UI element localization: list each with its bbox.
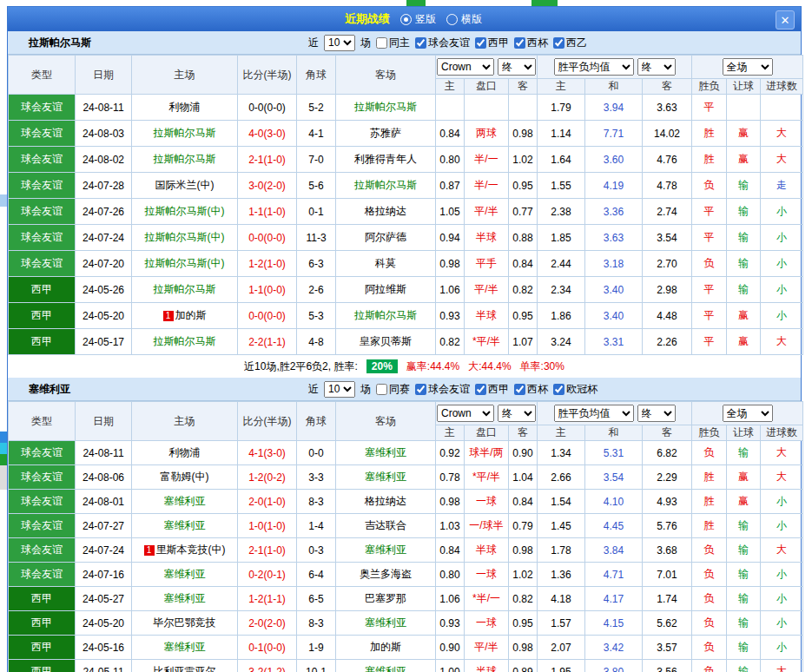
away-team: 苏雅萨 [336,121,436,147]
avg-stage-select[interactable]: 终 [637,405,676,422]
handicap-odds-away: 0.98 [509,121,538,147]
layout-radio-horizontal[interactable]: 横版 [446,12,482,27]
corner-count: 6-4 [297,563,336,587]
corner-count: 8-3 [297,490,336,514]
home-team: 富勒姆(中) [132,465,238,490]
match-date: 24-05-17 [76,329,132,355]
result-goals: 小 [761,277,803,303]
handicap-line [465,95,509,121]
match-date: 24-05-11 [76,660,132,672]
filter-same-competition[interactable]: 同赛 [376,382,410,397]
scope-select[interactable]: 全场 [723,58,773,76]
win-rate-badge: 20% [366,359,398,373]
avg-odds-away: 2.74 [643,199,692,225]
handicap-odds-home: 0.80 [436,147,465,173]
filter-laliga[interactable]: 西甲 [475,36,509,50]
avg-odds-home: 1.14 [538,121,585,147]
handicap-odds-away: 0.98 [509,538,538,563]
match-score: 3-2(1-2) [238,660,297,672]
match-row: 西甲24-05-26拉斯帕尔马斯1-1(0-0)2-6阿拉维斯1.06平/半0.… [9,277,803,303]
odds-stage-select[interactable]: 终 [498,405,536,422]
match-count-select[interactable]: 10 [324,381,355,398]
match-score: 1-2(1-1) [238,587,297,611]
handicap-line: 平手 [465,251,509,277]
filter-friendly[interactable]: 球会友谊 [415,36,470,50]
radio-unselected-icon [446,14,458,25]
home-team: 塞维利亚 [132,563,238,587]
avg-odds-away: 14.02 [643,121,692,147]
avg-odds-home: 3.24 [538,329,585,355]
filter-friendly[interactable]: 球会友谊 [415,382,470,397]
filter-champions[interactable]: 欧冠杯 [553,382,597,397]
average-odds-select[interactable]: 胜平负均值 [554,58,634,76]
corner-count: 6-5 [297,587,336,611]
summary-stat: 单率:30% [520,359,564,374]
away-team: 奥兰多海盗 [336,563,436,587]
match-score: 0-2(0-1) [238,563,297,587]
away-team: 塞维利亚 [336,660,436,672]
filter-copa[interactable]: 西杯 [514,382,548,397]
subcolumn-header: 主 [436,425,465,441]
filter-same-home[interactable]: 同主 [376,36,410,50]
avg-odds-draw: 3.54 [585,465,643,490]
close-icon[interactable]: ✕ [776,10,795,30]
subcolumn-header: 客 [509,79,538,95]
match-score: 1-0(1-0) [238,514,297,538]
filters: 近 10 场 同赛 球会友谊 西甲 西杯 欧冠杯 [308,381,597,398]
home-team: 毕尔巴鄂竞技 [132,611,238,636]
away-team: 加的斯 [336,636,436,660]
home-team: 比利亚雷亚尔 [132,660,238,672]
result-wdl: 负 [692,251,727,277]
match-type: 西甲 [9,303,76,329]
avg-odds-away: 3.54 [643,225,692,251]
column-header: 日期 [76,56,132,95]
bookmaker-odds-header: Crown 终 [436,56,538,79]
handicap-line: 球半/两 [465,441,509,465]
result-wdl: 胜 [692,514,727,538]
match-score: 2-2(1-1) [238,329,297,355]
background-fragment [0,443,7,454]
avg-odds-home: 2.66 [538,465,585,490]
bookmaker-select[interactable]: Crown [437,58,494,76]
subcolumn-header: 和 [585,425,643,441]
corner-count: 4-1 [297,121,336,147]
match-type: 球会友谊 [9,465,76,490]
avg-stage-select[interactable]: 终 [637,58,676,76]
avg-odds-away: 4.48 [643,303,692,329]
result-handicap [727,95,761,121]
match-date: 24-07-24 [76,225,132,251]
result-wdl: 平 [692,95,727,121]
result-handicap: 输 [727,441,761,465]
corner-count: 5-2 [297,95,336,121]
result-handicap: 输 [727,611,761,636]
background-fragment [0,465,7,490]
corner-count: 1-9 [297,636,336,660]
avg-odds-home: 1.36 [538,563,585,587]
layout-radio-vertical[interactable]: 竖版 [400,12,436,27]
corner-count: 4-8 [297,329,336,355]
home-team: 拉斯帕尔马斯(中) [132,225,238,251]
match-count-select[interactable]: 10 [324,35,355,51]
handicap-line: 半球 [465,538,509,563]
home-team: 拉斯帕尔马斯 [132,121,238,147]
odds-stage-select[interactable]: 终 [498,58,536,76]
match-type: 球会友谊 [9,514,76,538]
result-goals: 小 [761,611,803,636]
avg-odds-home: 2.34 [538,277,585,303]
result-handicap: 输 [727,636,761,660]
avg-odds-away: 3.56 [643,660,692,672]
subcolumn-header: 客 [643,425,692,441]
filter-segunda[interactable]: 西乙 [553,36,587,50]
filter-laliga[interactable]: 西甲 [475,382,509,397]
scope-select[interactable]: 全场 [723,405,773,422]
match-date: 24-07-20 [76,251,132,277]
handicap-odds-away: 0.90 [509,441,538,465]
bookmaker-select[interactable]: Crown [437,405,494,422]
away-team: 巴塞罗那 [336,587,436,611]
result-goals: 大 [761,465,803,490]
home-team: 塞维利亚 [132,514,238,538]
corner-count: 1-4 [297,514,336,538]
filter-copa[interactable]: 西杯 [514,36,548,50]
result-handicap: 输 [727,277,761,303]
average-odds-select[interactable]: 胜平负均值 [554,405,634,422]
